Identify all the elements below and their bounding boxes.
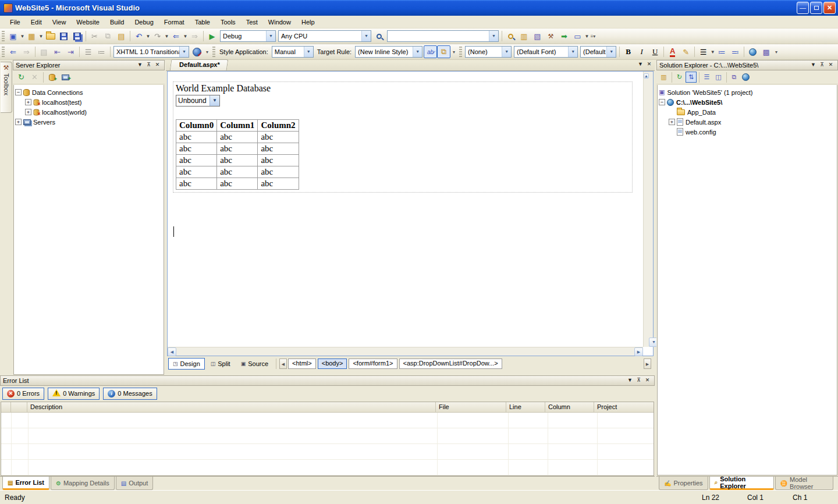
align-dropdown-icon[interactable] <box>710 45 715 58</box>
undo-button[interactable] <box>132 30 145 42</box>
uncomment-button[interactable] <box>95 45 108 58</box>
gridview-cell[interactable]: abc <box>258 166 299 178</box>
gridview-cell[interactable]: abc <box>176 178 217 190</box>
tab-properties[interactable]: Properties <box>659 477 708 490</box>
refresh-button[interactable] <box>15 71 28 84</box>
error-list-body[interactable] <box>1 413 654 475</box>
underline-button[interactable]: U <box>648 45 662 58</box>
menu-table[interactable]: Table <box>190 17 215 27</box>
refresh-button[interactable] <box>674 72 685 83</box>
expand-icon[interactable]: + <box>669 119 675 125</box>
toolbar-overflow-button[interactable] <box>204 45 211 58</box>
tree-item-web-config[interactable]: web.config <box>659 127 836 137</box>
menu-edit[interactable]: Edit <box>26 17 47 27</box>
window-buttons-dropdown-icon[interactable] <box>584 30 590 42</box>
menu-debug[interactable]: Debug <box>129 17 158 27</box>
check-page-validation-button[interactable] <box>190 45 204 58</box>
show-overlay-button[interactable] <box>424 45 437 58</box>
tab-output[interactable]: Output <box>116 477 153 490</box>
close-panel-icon[interactable] <box>643 377 652 385</box>
expand-icon[interactable]: + <box>15 119 22 125</box>
gridview-cell[interactable]: abc <box>176 166 217 178</box>
gridview-cell[interactable]: abc <box>258 143 299 155</box>
toolbar-overflow-button[interactable] <box>773 45 780 58</box>
tag-html[interactable]: <html> <box>288 359 316 369</box>
tree-item-localhost-world[interactable]: + localhost(world) <box>15 107 162 117</box>
font-name-combo[interactable]: (Default Font) <box>514 46 578 58</box>
format-document-button[interactable] <box>37 45 51 58</box>
dropdown-arrow-icon[interactable] <box>210 95 219 106</box>
combo-dropdown-icon[interactable] <box>266 31 275 41</box>
connect-to-database-button[interactable] <box>45 71 59 84</box>
scroll-right-icon[interactable] <box>634 347 643 356</box>
active-files-dropdown-icon[interactable] <box>636 61 645 69</box>
gridview-cell[interactable]: abc <box>258 155 299 166</box>
menu-test[interactable]: Test <box>241 17 263 27</box>
find-in-files-button[interactable] <box>504 30 517 42</box>
new-website-button[interactable] <box>6 30 20 42</box>
font-color-button[interactable]: A <box>666 45 679 58</box>
command-window-button[interactable] <box>571 30 584 42</box>
font-size-combo[interactable]: (Default <box>580 46 616 58</box>
navigate-backward-button[interactable] <box>169 30 183 42</box>
align-button[interactable] <box>697 45 710 58</box>
target-rule-combo[interactable]: (New Inline Style) <box>355 46 422 58</box>
scroll-left-icon[interactable] <box>168 347 176 356</box>
combo-dropdown-icon[interactable] <box>304 47 313 57</box>
order-column-header[interactable] <box>11 402 27 412</box>
gridview-cell[interactable]: abc <box>217 166 258 178</box>
menu-help[interactable]: Help <box>296 17 320 27</box>
insert-image-button[interactable] <box>759 45 773 58</box>
tab-error-list[interactable]: Error List <box>2 477 49 490</box>
numbered-list-button[interactable] <box>729 45 742 58</box>
collapse-icon[interactable]: − <box>659 99 665 105</box>
html-navigate-back-button[interactable] <box>6 45 20 58</box>
doctype-combo[interactable]: XHTML 1.0 Transitional ( <box>113 46 189 58</box>
menu-file[interactable]: File <box>5 17 26 27</box>
errors-filter-button[interactable]: ✕ 0 Errors <box>2 388 44 400</box>
split-view-button[interactable]: Split <box>206 358 235 370</box>
new-website-dropdown-icon[interactable] <box>20 30 25 42</box>
tree-item-default-aspx[interactable]: + Default.aspx <box>659 117 836 127</box>
navigate-backward-dropdown-icon[interactable] <box>183 30 188 42</box>
toolbar-grip[interactable] <box>459 47 462 57</box>
source-view-button[interactable]: Source <box>236 358 273 370</box>
gridview-control[interactable]: Column0 Column1 Column2 abc abc abc abc … <box>176 119 299 190</box>
nest-related-files-button[interactable] <box>686 72 697 83</box>
menu-window[interactable]: Window <box>263 17 296 27</box>
window-position-icon[interactable] <box>626 377 634 385</box>
increase-indent-button[interactable] <box>64 45 77 58</box>
line-column-header[interactable]: Line <box>506 402 545 412</box>
save-button[interactable] <box>57 30 70 42</box>
css-class-combo[interactable]: (None) <box>465 46 512 58</box>
menu-website[interactable]: Website <box>71 17 105 27</box>
highlight-button[interactable] <box>679 45 693 58</box>
gridview-cell[interactable]: abc <box>217 155 258 166</box>
tag-form-form1[interactable]: <form#form1> <box>349 359 397 369</box>
redo-button[interactable] <box>151 30 164 42</box>
gridview-cell[interactable]: abc <box>176 143 217 155</box>
close-panel-icon[interactable] <box>153 61 162 69</box>
warnings-filter-button[interactable]: 0 Warnings <box>48 388 100 400</box>
design-surface[interactable]: World Example Database Unbound Column0 C… <box>168 72 643 347</box>
expand-icon[interactable]: + <box>25 99 31 105</box>
menu-tools[interactable]: Tools <box>215 17 241 27</box>
editor-horizontal-scrollbar[interactable] <box>168 347 643 356</box>
tab-default-aspx[interactable]: Default.aspx* <box>170 59 228 70</box>
combo-dropdown-icon[interactable] <box>502 47 511 57</box>
gridview-header-cell[interactable]: Column0 <box>176 120 217 132</box>
tag-body[interactable]: <body> <box>318 359 347 369</box>
combo-dropdown-icon[interactable] <box>606 47 616 57</box>
column-column-header[interactable]: Column <box>545 402 594 412</box>
combo-dropdown-icon[interactable] <box>489 31 498 41</box>
toolbar-overflow-button[interactable] <box>590 30 596 42</box>
auto-hide-pin-icon[interactable] <box>634 377 643 385</box>
gridview-cell[interactable]: abc <box>258 132 299 143</box>
gridview-cell[interactable]: abc <box>176 155 217 166</box>
toolbar-overflow-button[interactable] <box>450 45 457 58</box>
tree-item-project[interactable]: − C:\...\WebSite5\ <box>659 97 836 107</box>
tree-item-solution[interactable]: Solution 'WebSite5' (1 project) <box>659 87 836 97</box>
close-button[interactable] <box>823 2 836 14</box>
dropdownlist-control[interactable]: Unbound <box>176 95 220 107</box>
layers-button[interactable] <box>437 45 450 58</box>
